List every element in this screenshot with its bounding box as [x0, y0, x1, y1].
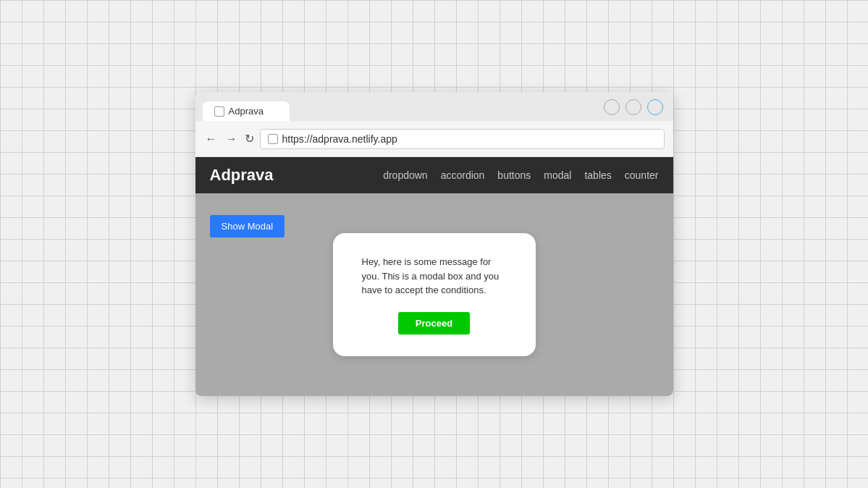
- address-bar: ← → ↻ https://adprava.netlify.app: [195, 121, 673, 157]
- nav-accordion[interactable]: accordion: [441, 169, 485, 181]
- nav-counter[interactable]: counter: [625, 169, 659, 181]
- modal-box: Hey, here is some message for you. This …: [333, 233, 536, 356]
- nav-dropdown[interactable]: dropdown: [383, 169, 428, 181]
- window-controls: [604, 99, 663, 115]
- nav-modal[interactable]: modal: [544, 169, 571, 181]
- show-modal-button[interactable]: Show Modal: [210, 215, 285, 237]
- url-icon: [268, 134, 278, 144]
- nav-buttons[interactable]: buttons: [497, 169, 531, 181]
- site-logo: Adprava: [210, 166, 274, 185]
- url-text: https://adprava.netlify.app: [282, 133, 397, 145]
- proceed-button[interactable]: Proceed: [398, 312, 470, 335]
- nav-tables[interactable]: tables: [584, 169, 611, 181]
- window-minimize-button[interactable]: [604, 99, 620, 115]
- back-button[interactable]: ←: [204, 131, 219, 147]
- tab-label: Adprava: [229, 106, 264, 117]
- tab-favicon-icon: [214, 106, 224, 117]
- refresh-button[interactable]: ↻: [245, 132, 254, 146]
- browser-tab[interactable]: Adprava: [203, 101, 290, 121]
- tab-bar: Adprava: [195, 92, 673, 121]
- window-maximize-button[interactable]: [625, 99, 641, 115]
- url-bar[interactable]: https://adprava.netlify.app: [260, 129, 665, 149]
- site-nav-links: dropdown accordion buttons modal tables …: [383, 169, 658, 181]
- site-navbar: Adprava dropdown accordion buttons modal…: [195, 157, 673, 193]
- window-close-button[interactable]: [647, 99, 663, 115]
- forward-button[interactable]: →: [224, 131, 239, 147]
- site-content: Show Modal Hey, here is some message for…: [195, 193, 673, 396]
- browser-window: Adprava ← → ↻ https://adprava.netlify.ap…: [195, 92, 673, 396]
- modal-message: Hey, here is some message for you. This …: [362, 255, 507, 298]
